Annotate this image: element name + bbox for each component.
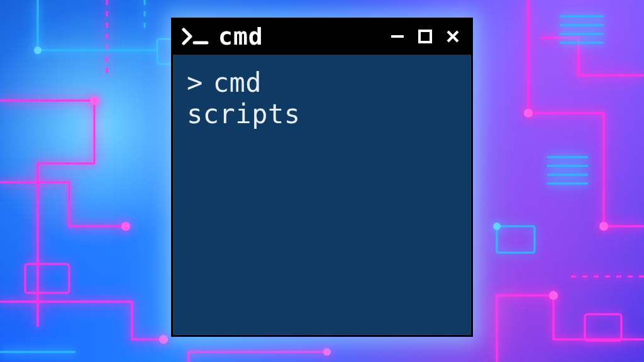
command-line: > cmd xyxy=(187,67,457,99)
minimize-button[interactable] xyxy=(388,27,407,46)
terminal-body[interactable]: > cmd scripts xyxy=(173,55,471,335)
terminal-prompt-icon xyxy=(182,27,209,46)
terminal-window: cmd > cmd xyxy=(171,18,473,337)
window-controls xyxy=(388,27,462,46)
prompt-symbol: > xyxy=(187,67,203,99)
window-title: cmd xyxy=(218,23,264,50)
output-line: scripts xyxy=(187,99,457,130)
command-text: cmd xyxy=(213,67,262,99)
svg-rect-23 xyxy=(419,31,431,42)
titlebar[interactable]: cmd xyxy=(173,19,471,55)
close-button[interactable] xyxy=(443,27,462,46)
maximize-button[interactable] xyxy=(416,27,435,46)
